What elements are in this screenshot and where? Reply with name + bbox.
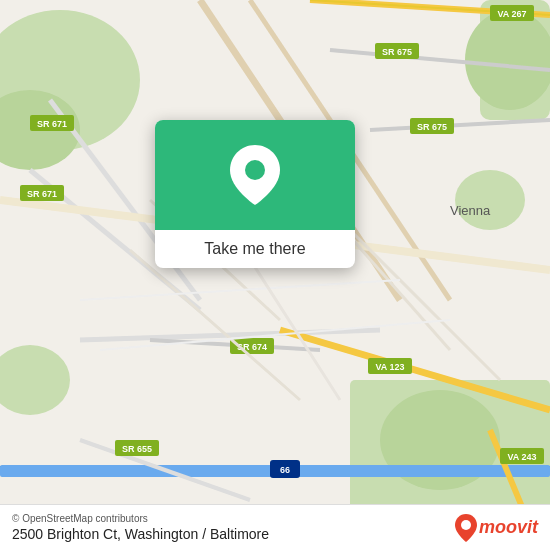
svg-point-53 xyxy=(245,160,265,180)
moovit-logo: moovit xyxy=(455,514,538,542)
location-pin-icon xyxy=(230,145,280,205)
take-me-there-button[interactable]: Take me there xyxy=(155,230,355,268)
svg-text:VA 243: VA 243 xyxy=(507,452,536,462)
svg-text:Vienna: Vienna xyxy=(450,203,491,218)
map-svg: 66 SR 671 SR 671 SR 675 SR 675 VA 267 SR… xyxy=(0,0,550,550)
osm-attribution: © OpenStreetMap contributors xyxy=(12,513,269,524)
moovit-pin-icon xyxy=(455,514,477,542)
svg-text:SR 655: SR 655 xyxy=(122,444,152,454)
svg-text:66: 66 xyxy=(280,465,290,475)
svg-text:SR 675: SR 675 xyxy=(382,47,412,57)
svg-point-54 xyxy=(461,520,471,530)
moovit-text: moovit xyxy=(479,517,538,538)
svg-text:SR 671: SR 671 xyxy=(37,119,67,129)
bottom-bar: © OpenStreetMap contributors 2500 Bright… xyxy=(0,504,550,550)
popup-green-area xyxy=(155,120,355,230)
svg-text:SR 675: SR 675 xyxy=(417,122,447,132)
popup-card: Take me there xyxy=(155,120,355,268)
svg-text:SR 671: SR 671 xyxy=(27,189,57,199)
svg-point-5 xyxy=(455,170,525,230)
svg-text:VA 267: VA 267 xyxy=(497,9,526,19)
map-container: 66 SR 671 SR 671 SR 675 SR 675 VA 267 SR… xyxy=(0,0,550,550)
bottom-left: © OpenStreetMap contributors 2500 Bright… xyxy=(12,513,269,542)
svg-text:VA 123: VA 123 xyxy=(375,362,404,372)
address-text: 2500 Brighton Ct, Washington / Baltimore xyxy=(12,526,269,542)
